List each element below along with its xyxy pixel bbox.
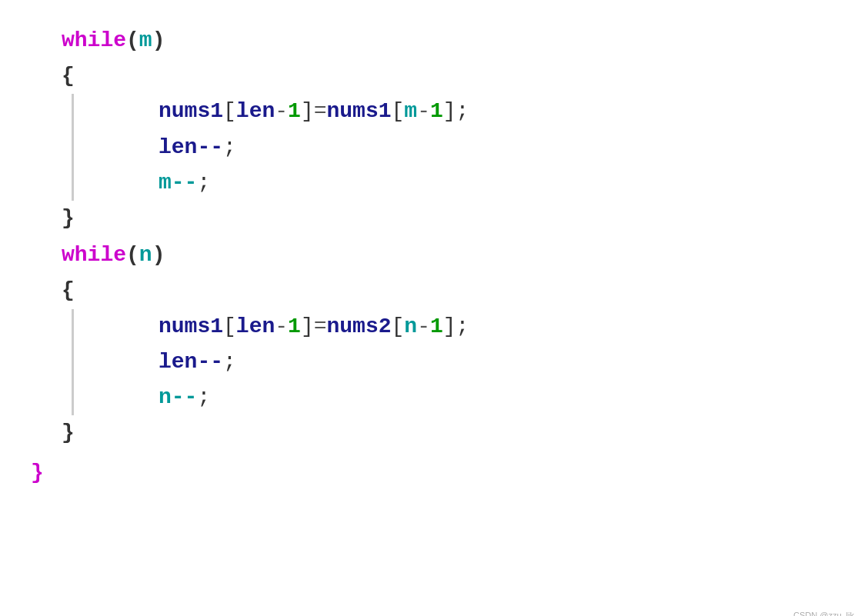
while-n-header: while (n): [62, 238, 868, 273]
while-m-close-brace: }: [62, 201, 868, 236]
while-n-line-3: n--;: [82, 380, 868, 415]
while-m-paren-close: ): [152, 23, 165, 58]
while-keyword-1: while: [62, 23, 126, 58]
while-n-paren-close: ): [152, 238, 165, 273]
while-m-line-2: len--;: [82, 130, 868, 165]
while-n-var: n: [139, 238, 152, 273]
watermark: CSDN @zzu_ljk: [793, 608, 854, 616]
while-m-var: m: [139, 23, 152, 58]
while-n-open-brace: {: [62, 273, 868, 308]
while-n-line-1: nums1[len - 1] = nums2[n - 1];: [82, 309, 868, 345]
while-n-paren-open: (: [126, 238, 139, 273]
while-m-header: while (m): [62, 23, 868, 58]
while-n-line-2: len--;: [82, 345, 868, 380]
code-editor: while (m) { nums1[len - 1] = nums1[m - 1…: [23, 15, 868, 616]
while-keyword-2: while: [62, 238, 126, 273]
while-m-open-brace: {: [62, 58, 868, 94]
while-m-body: nums1[len - 1] = nums1[m - 1]; len--; m-…: [72, 94, 868, 201]
while-m-paren-open: (: [126, 23, 139, 58]
while-n-body: nums1[len - 1] = nums2[n - 1]; len--; n-…: [72, 309, 868, 416]
while-m-line-1: nums1[len - 1] = nums1[m - 1];: [82, 94, 868, 129]
while-m-line-3: m--;: [82, 165, 868, 201]
while-n-close-brace: }: [62, 415, 868, 451]
outer-close-brace: }: [31, 455, 868, 491]
